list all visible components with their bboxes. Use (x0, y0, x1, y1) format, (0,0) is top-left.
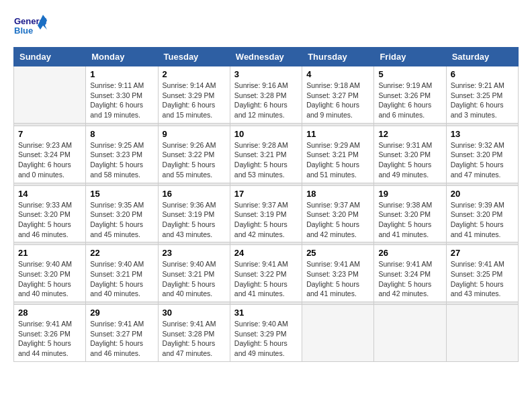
day-info: Sunrise: 9:36 AMSunset: 3:19 PMDaylight:… (163, 200, 226, 240)
calendar-day: 18Sunrise: 9:37 AMSunset: 3:20 PMDayligh… (302, 185, 374, 242)
calendar-day: 26Sunrise: 9:41 AMSunset: 3:24 PMDayligh… (374, 245, 446, 302)
header-monday: Monday (86, 48, 158, 66)
day-number: 19 (378, 189, 441, 199)
day-number: 5 (378, 69, 441, 79)
calendar-day: 10Sunrise: 9:28 AMSunset: 3:21 PMDayligh… (230, 126, 302, 183)
day-number: 21 (18, 248, 81, 258)
calendar-day: 27Sunrise: 9:41 AMSunset: 3:25 PMDayligh… (446, 245, 518, 302)
day-number: 23 (163, 248, 226, 258)
day-info: Sunrise: 9:29 AMSunset: 3:21 PMDaylight:… (306, 140, 369, 180)
day-number: 3 (234, 69, 298, 79)
day-number: 12 (378, 129, 441, 139)
day-info: Sunrise: 9:21 AMSunset: 3:25 PMDaylight:… (451, 81, 514, 120)
calendar-day: 30Sunrise: 9:41 AMSunset: 3:28 PMDayligh… (158, 305, 230, 362)
day-number: 14 (18, 189, 81, 199)
day-info: Sunrise: 9:41 AMSunset: 3:26 PMDaylight:… (18, 319, 81, 359)
page-header: General Blue (13, 13, 519, 42)
calendar-day: 31Sunrise: 9:40 AMSunset: 3:29 PMDayligh… (230, 305, 302, 362)
calendar-day: 22Sunrise: 9:40 AMSunset: 3:21 PMDayligh… (86, 245, 158, 302)
day-number: 6 (451, 69, 514, 79)
calendar-day: 13Sunrise: 9:32 AMSunset: 3:20 PMDayligh… (446, 126, 518, 183)
calendar-table: SundayMondayTuesdayWednesdayThursdayFrid… (13, 47, 519, 362)
day-info: Sunrise: 9:31 AMSunset: 3:20 PMDaylight:… (378, 140, 441, 180)
calendar-day: 15Sunrise: 9:35 AMSunset: 3:20 PMDayligh… (86, 185, 158, 242)
day-number: 2 (163, 69, 226, 79)
day-info: Sunrise: 9:14 AMSunset: 3:29 PMDaylight:… (163, 81, 226, 120)
day-number: 7 (18, 129, 81, 139)
calendar-day: 28Sunrise: 9:41 AMSunset: 3:26 PMDayligh… (14, 305, 86, 362)
day-number: 15 (90, 189, 153, 199)
calendar-day (374, 305, 446, 362)
calendar-day: 3Sunrise: 9:16 AMSunset: 3:28 PMDaylight… (230, 66, 302, 124)
logo: General Blue (13, 13, 47, 42)
day-info: Sunrise: 9:41 AMSunset: 3:27 PMDaylight:… (90, 319, 153, 359)
day-info: Sunrise: 9:41 AMSunset: 3:24 PMDaylight:… (378, 259, 441, 299)
day-number: 31 (234, 308, 298, 318)
logo-svg: General Blue (13, 13, 47, 42)
day-info: Sunrise: 9:28 AMSunset: 3:21 PMDaylight:… (234, 140, 298, 180)
day-info: Sunrise: 9:35 AMSunset: 3:20 PMDaylight:… (90, 200, 153, 240)
day-number: 29 (90, 308, 153, 318)
calendar-day: 11Sunrise: 9:29 AMSunset: 3:21 PMDayligh… (302, 126, 374, 183)
day-info: Sunrise: 9:25 AMSunset: 3:23 PMDaylight:… (90, 140, 153, 180)
day-number: 22 (90, 248, 153, 258)
calendar-day: 2Sunrise: 9:14 AMSunset: 3:29 PMDaylight… (158, 66, 230, 124)
day-info: Sunrise: 9:40 AMSunset: 3:21 PMDaylight:… (90, 259, 153, 299)
day-number: 9 (163, 129, 226, 139)
day-number: 30 (163, 308, 226, 318)
calendar-week-5: 28Sunrise: 9:41 AMSunset: 3:26 PMDayligh… (14, 305, 519, 362)
day-number: 16 (163, 189, 226, 199)
calendar-day: 23Sunrise: 9:40 AMSunset: 3:21 PMDayligh… (158, 245, 230, 302)
day-number: 27 (451, 248, 514, 258)
day-info: Sunrise: 9:18 AMSunset: 3:27 PMDaylight:… (306, 81, 369, 120)
svg-text:Blue: Blue (14, 26, 33, 36)
day-info: Sunrise: 9:40 AMSunset: 3:20 PMDaylight:… (18, 259, 81, 299)
day-number: 17 (234, 189, 298, 199)
day-info: Sunrise: 9:39 AMSunset: 3:20 PMDaylight:… (451, 200, 514, 240)
calendar-day: 17Sunrise: 9:37 AMSunset: 3:19 PMDayligh… (230, 185, 302, 242)
day-info: Sunrise: 9:26 AMSunset: 3:22 PMDaylight:… (163, 140, 226, 180)
header-thursday: Thursday (302, 48, 374, 66)
day-info: Sunrise: 9:41 AMSunset: 3:25 PMDaylight:… (451, 259, 514, 299)
day-info: Sunrise: 9:41 AMSunset: 3:23 PMDaylight:… (306, 259, 369, 299)
day-number: 1 (90, 69, 153, 79)
calendar-day: 29Sunrise: 9:41 AMSunset: 3:27 PMDayligh… (86, 305, 158, 362)
day-info: Sunrise: 9:16 AMSunset: 3:28 PMDaylight:… (234, 81, 298, 120)
calendar-day: 1Sunrise: 9:11 AMSunset: 3:30 PMDaylight… (86, 66, 158, 124)
day-number: 28 (18, 308, 81, 318)
day-number: 24 (234, 248, 298, 258)
calendar-day: 19Sunrise: 9:38 AMSunset: 3:20 PMDayligh… (374, 185, 446, 242)
header-friday: Friday (374, 48, 446, 66)
calendar-week-2: 7Sunrise: 9:23 AMSunset: 3:24 PMDaylight… (14, 126, 519, 183)
header-sunday: Sunday (14, 48, 86, 66)
day-number: 26 (378, 248, 441, 258)
calendar-day: 12Sunrise: 9:31 AMSunset: 3:20 PMDayligh… (374, 126, 446, 183)
calendar-day (14, 66, 86, 124)
day-number: 8 (90, 129, 153, 139)
calendar-day (302, 305, 374, 362)
day-number: 10 (234, 129, 298, 139)
calendar-week-4: 21Sunrise: 9:40 AMSunset: 3:20 PMDayligh… (14, 245, 519, 302)
calendar-week-1: 1Sunrise: 9:11 AMSunset: 3:30 PMDaylight… (14, 66, 519, 124)
calendar-day: 21Sunrise: 9:40 AMSunset: 3:20 PMDayligh… (14, 245, 86, 302)
calendar-day: 16Sunrise: 9:36 AMSunset: 3:19 PMDayligh… (158, 185, 230, 242)
day-number: 20 (451, 189, 514, 199)
day-info: Sunrise: 9:38 AMSunset: 3:20 PMDaylight:… (378, 200, 441, 240)
day-info: Sunrise: 9:23 AMSunset: 3:24 PMDaylight:… (18, 140, 81, 180)
calendar-day: 24Sunrise: 9:41 AMSunset: 3:22 PMDayligh… (230, 245, 302, 302)
calendar-day: 5Sunrise: 9:19 AMSunset: 3:26 PMDaylight… (374, 66, 446, 124)
day-info: Sunrise: 9:37 AMSunset: 3:19 PMDaylight:… (234, 200, 298, 240)
day-info: Sunrise: 9:40 AMSunset: 3:21 PMDaylight:… (163, 259, 226, 299)
day-number: 18 (306, 189, 369, 199)
day-info: Sunrise: 9:41 AMSunset: 3:22 PMDaylight:… (234, 259, 298, 299)
day-info: Sunrise: 9:11 AMSunset: 3:30 PMDaylight:… (90, 81, 153, 120)
day-info: Sunrise: 9:19 AMSunset: 3:26 PMDaylight:… (378, 81, 441, 120)
day-info: Sunrise: 9:40 AMSunset: 3:29 PMDaylight:… (234, 319, 298, 359)
day-info: Sunrise: 9:37 AMSunset: 3:20 PMDaylight:… (306, 200, 369, 240)
calendar-day: 8Sunrise: 9:25 AMSunset: 3:23 PMDaylight… (86, 126, 158, 183)
calendar-week-3: 14Sunrise: 9:33 AMSunset: 3:20 PMDayligh… (14, 185, 519, 242)
calendar-day: 9Sunrise: 9:26 AMSunset: 3:22 PMDaylight… (158, 126, 230, 183)
header-tuesday: Tuesday (158, 48, 230, 66)
day-number: 25 (306, 248, 369, 258)
day-info: Sunrise: 9:33 AMSunset: 3:20 PMDaylight:… (18, 200, 81, 240)
